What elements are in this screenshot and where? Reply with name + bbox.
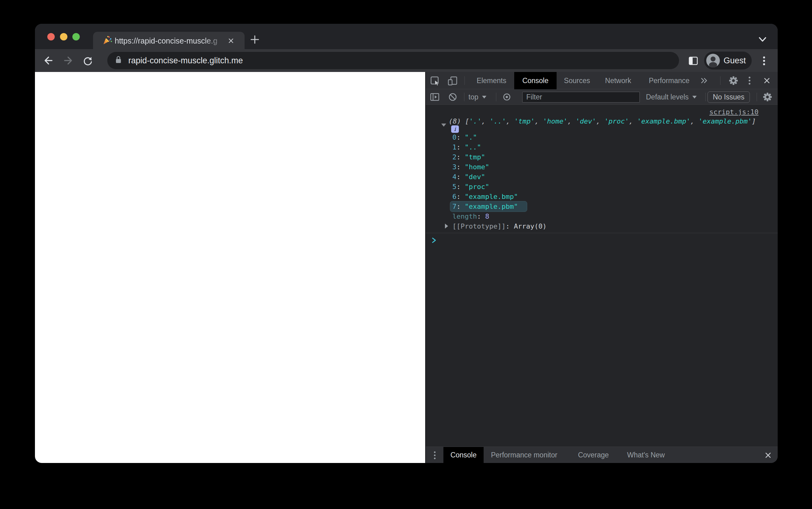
new-tab-icon[interactable] — [250, 35, 259, 45]
issues-counter[interactable]: No Issues — [708, 92, 750, 103]
console-toolbar: top Default levels No Iss — [426, 89, 778, 105]
tab-elements-label: Elements — [477, 77, 506, 85]
array-entry-highlighted[interactable]: 7: "example.pbm" — [452, 202, 518, 211]
devtools-close-icon[interactable] — [763, 77, 770, 84]
array-entry[interactable]: 2: "tmp" — [452, 152, 485, 162]
array-entry[interactable]: 0: "." — [452, 133, 477, 142]
console-prompt-input[interactable] — [439, 236, 749, 245]
lock-icon[interactable] — [114, 55, 123, 66]
drawer-tab-console-label: Console — [450, 451, 476, 459]
browser-tab[interactable]: https://rapid-concise-muscle.g — [93, 32, 245, 49]
back-icon[interactable] — [43, 56, 54, 67]
drawer-tab-whats-new-label: What's New — [627, 451, 665, 459]
devtools-tabbar: Elements Console Sources Network Perform… — [426, 72, 778, 89]
zoom-window-button[interactable] — [72, 33, 80, 40]
minimize-window-button[interactable] — [60, 33, 67, 40]
issues-label: No Issues — [713, 93, 744, 101]
drawer-tab-whats-new[interactable]: What's New — [623, 447, 669, 463]
reload-icon[interactable] — [83, 56, 93, 67]
context-selector-label: top — [468, 93, 478, 101]
console-output: script.js:10 (8) ['.', '..', 'tmp', 'hom… — [426, 105, 778, 447]
party-popper-icon — [102, 36, 112, 47]
tab-console[interactable]: Console — [514, 72, 557, 89]
address-bar[interactable]: rapid-concise-muscle.glitch.me — [107, 52, 679, 69]
close-window-button[interactable] — [47, 33, 55, 40]
tab-elements[interactable]: Elements — [475, 72, 508, 89]
drawer-tab-console[interactable]: Console — [443, 447, 483, 463]
console-settings-gear-icon[interactable] — [763, 92, 772, 102]
clear-console-icon[interactable] — [448, 92, 457, 102]
avatar — [706, 54, 720, 67]
forward-icon[interactable] — [63, 56, 73, 67]
chevron-down-icon — [692, 96, 697, 99]
array-preview[interactable]: (8) ['.', '..', 'tmp', 'home', 'dev', 'p… — [449, 116, 756, 126]
titlebar: https://rapid-concise-muscle.g — [35, 24, 778, 49]
tab-sources[interactable]: Sources — [562, 72, 592, 89]
expander-open-icon[interactable] — [441, 124, 446, 127]
chevron-down-icon — [482, 96, 487, 99]
prototype-row[interactable]: [[Prototype]]: Array(0) — [445, 222, 547, 231]
source-location-link[interactable]: script.js:10 — [709, 108, 758, 116]
device-toolbar-icon[interactable] — [447, 76, 458, 86]
url-text[interactable]: rapid-concise-muscle.glitch.me — [128, 56, 243, 66]
array-length-row[interactable]: length: 8 — [452, 211, 489, 222]
more-tabs-icon[interactable] — [700, 77, 708, 84]
tab-search-chevron-icon[interactable] — [758, 36, 767, 44]
log-levels-selector[interactable]: Default levels — [646, 89, 697, 105]
drawer-tab-performance-monitor-label: Performance monitor — [491, 451, 558, 459]
tab-close-icon[interactable] — [228, 38, 234, 44]
devtools-menu-icon[interactable] — [748, 76, 751, 85]
expander-closed-icon[interactable] — [445, 224, 448, 229]
array-entry[interactable]: 4: "dev" — [452, 172, 485, 182]
tab-title: https://rapid-concise-muscle.g — [115, 36, 227, 45]
inspect-element-icon[interactable] — [430, 76, 441, 87]
filter-input[interactable] — [522, 92, 640, 103]
tab-network-label: Network — [605, 77, 631, 85]
evaluated-info-icon[interactable]: i — [451, 125, 459, 133]
array-entry[interactable]: 5: "proc" — [452, 182, 489, 192]
array-entry[interactable]: 6: "example.bmp" — [452, 192, 518, 202]
console-prompt-icon[interactable] — [431, 237, 437, 245]
content-row: Elements Console Sources Network Perform… — [35, 72, 778, 463]
log-levels-label: Default levels — [646, 93, 689, 101]
devtools-panel: Elements Console Sources Network Perform… — [425, 72, 778, 463]
browser-window: https://rapid-concise-muscle.g — [35, 24, 778, 463]
settings-gear-icon[interactable] — [729, 76, 738, 85]
profile-button[interactable]: Guest — [704, 52, 752, 69]
console-sidebar-icon[interactable] — [430, 93, 439, 101]
page-content — [35, 72, 425, 463]
context-selector[interactable]: top — [468, 89, 487, 105]
array-entry[interactable]: 1: ".." — [452, 142, 481, 152]
profile-label: Guest — [724, 56, 746, 66]
tab-performance-label: Performance — [649, 77, 690, 85]
browser-menu-icon[interactable] — [762, 56, 766, 67]
prompt-divider — [426, 233, 778, 233]
live-expression-eye-icon[interactable] — [502, 93, 512, 101]
devtools-drawer: Console Performance monitor Coverage Wha… — [426, 447, 778, 463]
drawer-tab-coverage-label: Coverage — [578, 451, 609, 459]
address-toolbar: rapid-concise-muscle.glitch.me Guest — [35, 49, 778, 72]
tab-performance[interactable]: Performance — [646, 72, 692, 89]
array-entry[interactable]: 3: "home" — [452, 162, 489, 172]
side-panel-icon[interactable] — [689, 57, 698, 66]
tab-network[interactable]: Network — [603, 72, 633, 89]
tab-sources-label: Sources — [564, 77, 590, 85]
drawer-tab-performance-monitor[interactable]: Performance monitor — [489, 447, 559, 463]
tab-console-label: Console — [522, 77, 548, 85]
drawer-close-icon[interactable] — [765, 452, 772, 459]
drawer-menu-icon[interactable] — [433, 451, 436, 460]
drawer-tab-coverage[interactable]: Coverage — [575, 447, 612, 463]
